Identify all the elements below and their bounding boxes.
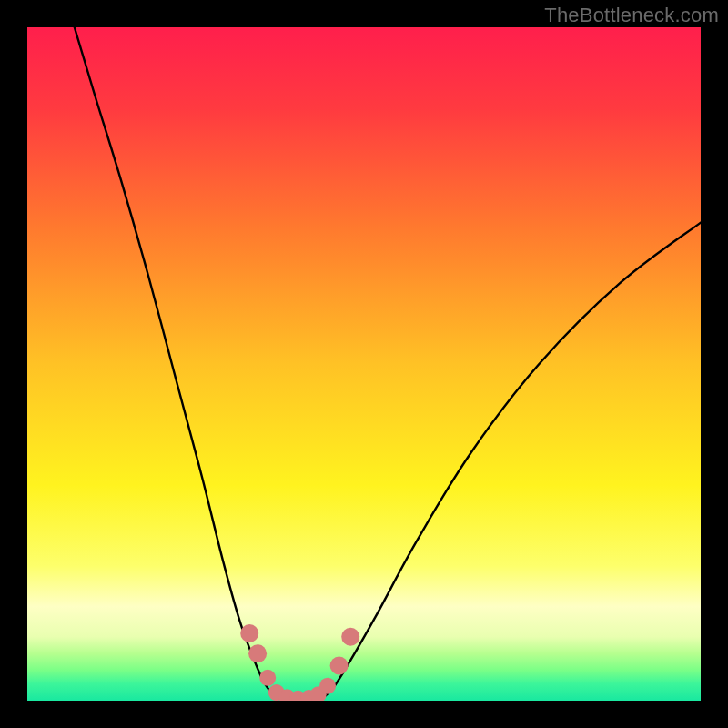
- watermark-text: TheBottleneck.com: [544, 4, 719, 27]
- chart-frame: [27, 27, 701, 701]
- heatmap-gradient-background: [27, 27, 701, 701]
